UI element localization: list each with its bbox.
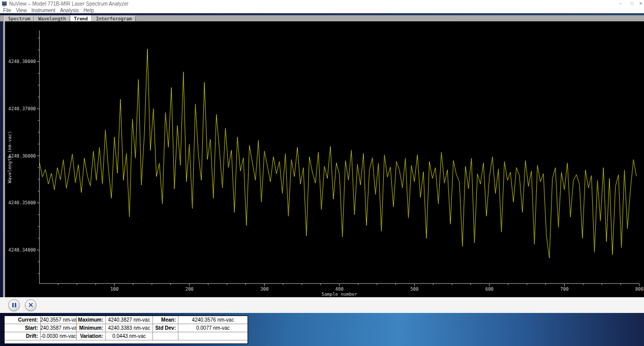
stat-value-current: 4240.3557 nm-vac [41, 316, 77, 324]
stat-value-maximum: 4240.3827 nm-vac [106, 316, 153, 324]
trend-chart-svg: 1002003004005006007008004240.340004240.3… [5, 21, 644, 297]
svg-text:300: 300 [260, 287, 268, 292]
minimize-button[interactable]: – [615, 0, 626, 7]
close-window-button[interactable]: ✕ [638, 0, 644, 7]
stat-value-mean: 4240.3576 nm-vac [178, 316, 248, 324]
stat-label-empty [153, 332, 178, 340]
menu-instrument[interactable]: Instrument [32, 8, 55, 13]
svg-text:4240.36000: 4240.36000 [8, 153, 36, 159]
menu-view[interactable]: View [16, 8, 27, 13]
menu-analysis[interactable]: Analysis [60, 8, 79, 13]
svg-text:800: 800 [635, 287, 643, 292]
statistics-table: Current: 4240.3557 nm-vac Maximum: 4240.… [4, 316, 248, 344]
stat-label-stddev: Std Dev: [153, 324, 178, 332]
svg-text:100: 100 [110, 287, 118, 292]
footer-gradient: Current: 4240.3557 nm-vac Maximum: 4240.… [0, 312, 644, 346]
menu-help[interactable]: Help [83, 8, 94, 13]
stat-value-stddev: 0.0077 nm-vac [178, 324, 248, 332]
stat-label-current: Current: [5, 316, 41, 324]
svg-text:4240.37000: 4240.37000 [8, 106, 36, 111]
stat-value-variation: 0.0443 nm-vac [106, 332, 153, 340]
maximize-button[interactable]: □ [626, 0, 638, 7]
stat-label-mean: Mean: [153, 316, 178, 324]
window-controls: – □ ✕ [615, 0, 644, 7]
stat-value-start: 4240.3587 nm-vac [41, 324, 77, 332]
tab-strip: Spectrum Wavelength Trend Interferogram [0, 15, 644, 21]
stat-value-drift: -0.0030 nm-vac [41, 332, 77, 340]
svg-text:Sample number: Sample number [322, 292, 358, 297]
menu-file[interactable]: File [3, 8, 11, 13]
stat-label-start: Start: [5, 324, 41, 332]
tab-interferogram[interactable]: Interferogram [92, 16, 136, 21]
svg-text:700: 700 [560, 287, 568, 292]
title-bar: NuView – Model 771B-MIR Laser Spectrum A… [0, 0, 644, 7]
app-icon [2, 2, 7, 6]
svg-text:4240.34000: 4240.34000 [8, 247, 36, 253]
svg-text:400: 400 [335, 287, 344, 292]
window-title: NuView – Model 771B-MIR Laser Spectrum A… [9, 1, 129, 7]
svg-text:500: 500 [410, 287, 418, 292]
chart-region: 1002003004005006007008004240.340004240.3… [0, 21, 644, 297]
stat-label-drift: Drift: [5, 332, 41, 340]
svg-text:600: 600 [485, 287, 494, 292]
svg-text:4240.35000: 4240.35000 [8, 200, 36, 205]
stat-value-empty [178, 332, 248, 340]
bottom-toolbar: ✕ [0, 297, 644, 312]
svg-text:200: 200 [185, 287, 193, 292]
tab-wavelength[interactable]: Wavelength [34, 16, 70, 21]
svg-text:Wavelength (nm-vac): Wavelength (nm-vac) [7, 131, 12, 183]
stat-label-maximum: Maximum: [77, 316, 106, 324]
tab-trend[interactable]: Trend [70, 15, 92, 21]
stat-label-variation: Variation: [77, 332, 106, 340]
menu-bar: File View Instrument Analysis Help [0, 7, 644, 13]
pause-button[interactable] [8, 299, 20, 311]
svg-text:4240.38000: 4240.38000 [8, 59, 36, 64]
tab-spectrum[interactable]: Spectrum [4, 16, 34, 21]
trend-chart-panel: 1002003004005006007008004240.340004240.3… [3, 21, 644, 297]
statistics-grid: Current: 4240.3557 nm-vac Maximum: 4240.… [5, 316, 248, 340]
stop-button[interactable]: ✕ [25, 299, 37, 311]
close-x-icon: ✕ [28, 301, 34, 308]
stat-label-minimum: Minimum: [77, 324, 106, 332]
pause-icon [12, 303, 16, 307]
stat-value-minimum: 4240.3383 nm-vac [106, 324, 153, 332]
